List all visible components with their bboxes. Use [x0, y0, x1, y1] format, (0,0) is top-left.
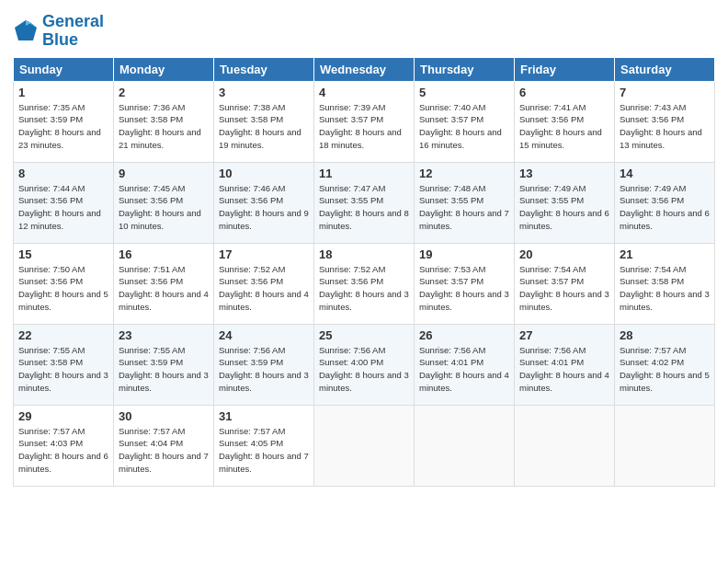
table-row: 30Sunrise: 7:57 AMSunset: 4:04 PMDayligh…	[114, 405, 214, 486]
logo-text: General Blue	[42, 13, 104, 50]
day-info: Sunrise: 7:55 AMSunset: 3:59 PMDaylight:…	[119, 344, 209, 395]
calendar-week-row: 22Sunrise: 7:55 AMSunset: 3:58 PMDayligh…	[14, 324, 715, 405]
day-info: Sunrise: 7:51 AMSunset: 3:56 PMDaylight:…	[119, 263, 209, 314]
day-info: Sunrise: 7:57 AMSunset: 4:04 PMDaylight:…	[119, 425, 209, 476]
day-info: Sunrise: 7:49 AMSunset: 3:56 PMDaylight:…	[620, 182, 710, 233]
table-row: 20Sunrise: 7:54 AMSunset: 3:57 PMDayligh…	[515, 243, 615, 324]
table-row: 11Sunrise: 7:47 AMSunset: 3:55 PMDayligh…	[314, 162, 415, 243]
day-info: Sunrise: 7:41 AMSunset: 3:56 PMDaylight:…	[519, 101, 609, 152]
day-info: Sunrise: 7:35 AMSunset: 3:59 PMDaylight:…	[18, 101, 108, 152]
day-number: 20	[519, 247, 609, 261]
day-info: Sunrise: 7:53 AMSunset: 3:57 PMDaylight:…	[419, 263, 509, 314]
day-number: 14	[620, 167, 710, 180]
day-info: Sunrise: 7:44 AMSunset: 3:56 PMDaylight:…	[18, 182, 108, 233]
table-row: 12Sunrise: 7:48 AMSunset: 3:55 PMDayligh…	[415, 162, 515, 243]
table-row: 10Sunrise: 7:46 AMSunset: 3:56 PMDayligh…	[214, 162, 314, 243]
day-info: Sunrise: 7:47 AMSunset: 3:55 PMDaylight:…	[319, 182, 409, 233]
day-number: 16	[119, 247, 209, 261]
day-number: 26	[419, 328, 509, 342]
day-info: Sunrise: 7:57 AMSunset: 4:05 PMDaylight:…	[219, 425, 309, 476]
table-row: 8Sunrise: 7:44 AMSunset: 3:56 PMDaylight…	[14, 162, 114, 243]
table-row: 7Sunrise: 7:43 AMSunset: 3:56 PMDaylight…	[615, 81, 715, 162]
table-row	[515, 405, 615, 486]
table-row: 3Sunrise: 7:38 AMSunset: 3:58 PMDaylight…	[214, 81, 314, 162]
table-row: 24Sunrise: 7:56 AMSunset: 3:59 PMDayligh…	[214, 324, 314, 405]
day-number: 12	[419, 167, 509, 180]
day-info: Sunrise: 7:56 AMSunset: 4:00 PMDaylight:…	[319, 344, 409, 395]
day-info: Sunrise: 7:49 AMSunset: 3:55 PMDaylight:…	[519, 182, 609, 233]
day-number: 21	[620, 247, 710, 261]
table-row: 2Sunrise: 7:36 AMSunset: 3:58 PMDaylight…	[114, 81, 214, 162]
day-number: 2	[119, 86, 209, 99]
day-number: 1	[18, 86, 108, 99]
day-number: 3	[219, 86, 309, 99]
day-number: 7	[620, 86, 710, 99]
calendar-week-row: 15Sunrise: 7:50 AMSunset: 3:56 PMDayligh…	[14, 243, 715, 324]
day-info: Sunrise: 7:57 AMSunset: 4:03 PMDaylight:…	[18, 425, 108, 476]
table-row: 4Sunrise: 7:39 AMSunset: 3:57 PMDaylight…	[314, 81, 415, 162]
day-info: Sunrise: 7:56 AMSunset: 3:59 PMDaylight:…	[219, 344, 309, 395]
logo-blue: Blue	[42, 31, 104, 50]
col-wednesday: Wednesday	[314, 57, 415, 81]
day-number: 25	[319, 328, 409, 342]
day-number: 9	[119, 167, 209, 180]
day-number: 11	[319, 167, 409, 180]
day-info: Sunrise: 7:52 AMSunset: 3:56 PMDaylight:…	[219, 263, 309, 314]
day-info: Sunrise: 7:45 AMSunset: 3:56 PMDaylight:…	[119, 182, 209, 233]
day-number: 31	[219, 409, 309, 423]
logo-general: General	[42, 12, 104, 30]
table-row: 28Sunrise: 7:57 AMSunset: 4:02 PMDayligh…	[615, 324, 715, 405]
day-number: 15	[18, 247, 108, 261]
table-row: 26Sunrise: 7:56 AMSunset: 4:01 PMDayligh…	[415, 324, 515, 405]
table-row	[415, 405, 515, 486]
logo: General Blue	[13, 13, 104, 50]
day-info: Sunrise: 7:50 AMSunset: 3:56 PMDaylight:…	[18, 263, 108, 314]
table-row: 6Sunrise: 7:41 AMSunset: 3:56 PMDaylight…	[515, 81, 615, 162]
day-info: Sunrise: 7:55 AMSunset: 3:58 PMDaylight:…	[18, 344, 108, 395]
col-saturday: Saturday	[615, 57, 715, 81]
day-info: Sunrise: 7:56 AMSunset: 4:01 PMDaylight:…	[519, 344, 609, 395]
day-number: 17	[219, 247, 309, 261]
page-header: General Blue	[13, 9, 715, 50]
table-row: 15Sunrise: 7:50 AMSunset: 3:56 PMDayligh…	[14, 243, 114, 324]
table-row: 21Sunrise: 7:54 AMSunset: 3:58 PMDayligh…	[615, 243, 715, 324]
day-number: 6	[519, 86, 609, 99]
day-number: 28	[620, 328, 710, 342]
col-tuesday: Tuesday	[214, 57, 314, 81]
table-row: 18Sunrise: 7:52 AMSunset: 3:56 PMDayligh…	[314, 243, 415, 324]
table-row: 17Sunrise: 7:52 AMSunset: 3:56 PMDayligh…	[214, 243, 314, 324]
table-row: 16Sunrise: 7:51 AMSunset: 3:56 PMDayligh…	[114, 243, 214, 324]
calendar-week-row: 29Sunrise: 7:57 AMSunset: 4:03 PMDayligh…	[14, 405, 715, 486]
table-row: 27Sunrise: 7:56 AMSunset: 4:01 PMDayligh…	[515, 324, 615, 405]
col-monday: Monday	[114, 57, 214, 81]
day-number: 23	[119, 328, 209, 342]
calendar-header-row: Sunday Monday Tuesday Wednesday Thursday…	[14, 57, 715, 81]
col-thursday: Thursday	[415, 57, 515, 81]
day-number: 18	[319, 247, 409, 261]
table-row: 23Sunrise: 7:55 AMSunset: 3:59 PMDayligh…	[114, 324, 214, 405]
table-row	[314, 405, 415, 486]
table-row	[615, 405, 715, 486]
table-row: 19Sunrise: 7:53 AMSunset: 3:57 PMDayligh…	[415, 243, 515, 324]
day-number: 24	[219, 328, 309, 342]
day-info: Sunrise: 7:48 AMSunset: 3:55 PMDaylight:…	[419, 182, 509, 233]
day-info: Sunrise: 7:52 AMSunset: 3:56 PMDaylight:…	[319, 263, 409, 314]
calendar-table: Sunday Monday Tuesday Wednesday Thursday…	[13, 57, 715, 487]
day-info: Sunrise: 7:57 AMSunset: 4:02 PMDaylight:…	[620, 344, 710, 395]
calendar-week-row: 1Sunrise: 7:35 AMSunset: 3:59 PMDaylight…	[14, 81, 715, 162]
day-info: Sunrise: 7:43 AMSunset: 3:56 PMDaylight:…	[620, 101, 710, 152]
day-number: 29	[18, 409, 108, 423]
day-info: Sunrise: 7:36 AMSunset: 3:58 PMDaylight:…	[119, 101, 209, 152]
day-number: 19	[419, 247, 509, 261]
day-info: Sunrise: 7:46 AMSunset: 3:56 PMDaylight:…	[219, 182, 309, 233]
day-number: 10	[219, 167, 309, 180]
day-info: Sunrise: 7:54 AMSunset: 3:58 PMDaylight:…	[620, 263, 710, 314]
table-row: 1Sunrise: 7:35 AMSunset: 3:59 PMDaylight…	[14, 81, 114, 162]
day-number: 4	[319, 86, 409, 99]
day-number: 5	[419, 86, 509, 99]
table-row: 31Sunrise: 7:57 AMSunset: 4:05 PMDayligh…	[214, 405, 314, 486]
day-number: 22	[18, 328, 108, 342]
calendar-page: General Blue Sunday Monday Tuesday Wedne…	[0, 0, 728, 563]
col-friday: Friday	[515, 57, 615, 81]
calendar-week-row: 8Sunrise: 7:44 AMSunset: 3:56 PMDaylight…	[14, 162, 715, 243]
